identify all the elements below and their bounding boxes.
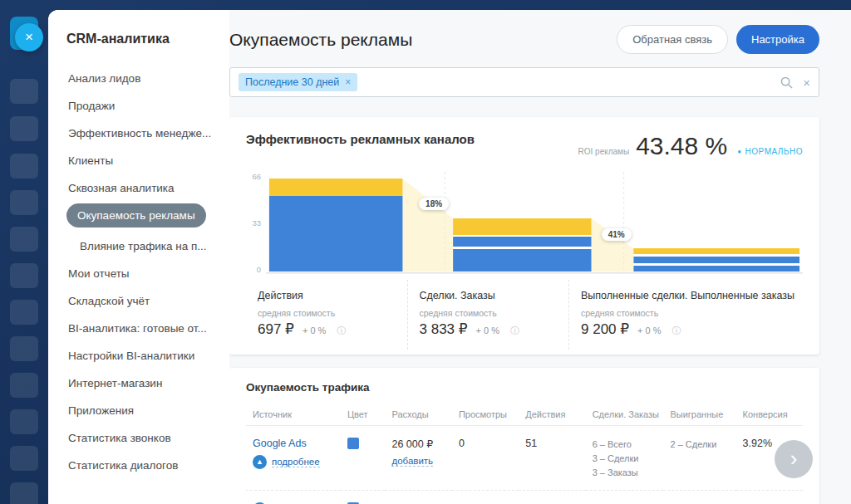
- background-app-icon: [10, 300, 38, 325]
- traffic-payback-card: Окупаемость трафика Источник Цвет Расход…: [229, 368, 819, 504]
- sidebar-item-dialog-statistics[interactable]: Статистика диалогов: [66, 452, 221, 479]
- add-expenses-link[interactable]: добавить: [391, 456, 433, 467]
- col-actions: Действия: [519, 404, 585, 426]
- sidebar-item-traffic-influence[interactable]: Влияние трафика на п...: [78, 232, 221, 260]
- stage-name: Выполненные сделки. Выполненные заказы: [581, 290, 794, 302]
- table-row: Google Ads ▲ подробнее 26 000 ₽ добавить…: [246, 426, 803, 491]
- roi-status-badge: НОРМАЛЬНО: [737, 147, 803, 156]
- stage-delta: + 0 %: [303, 325, 326, 335]
- sidebar-item-manager-efficiency[interactable]: Эффективность менедже...: [66, 120, 221, 147]
- funnel-y-axis: 66 33 0: [246, 172, 266, 280]
- actions-value: 0: [519, 491, 585, 504]
- next-page-arrow-button[interactable]: ›: [775, 440, 813, 478]
- sidebar-item-clients[interactable]: Клиенты: [66, 147, 221, 174]
- col-won: Выигранные: [663, 404, 735, 426]
- background-app-icon: [10, 482, 38, 504]
- source-link-google-ads[interactable]: Google Ads: [253, 438, 307, 449]
- background-app-icon: [10, 373, 38, 398]
- background-app-icon: [10, 154, 38, 179]
- sidebar-item-applications[interactable]: Приложения: [66, 397, 221, 424]
- background-app-strip: [0, 0, 48, 504]
- close-panel-button[interactable]: ×: [15, 23, 43, 51]
- chip-close-icon[interactable]: ×: [345, 76, 351, 88]
- stage-name: Действия: [258, 290, 399, 302]
- conversion-value: 50%: [736, 491, 803, 504]
- chevron-right-icon: ›: [790, 446, 798, 471]
- background-app-icon: [10, 116, 38, 141]
- roi-value: 43.48 %: [636, 132, 727, 160]
- expenses-value: 26 000 ₽: [391, 438, 445, 450]
- conversion-badge-1: 18%: [419, 198, 449, 210]
- info-icon: ⓘ: [337, 325, 346, 337]
- sidebar-item-ad-payback[interactable]: Окупаемость рекламы: [66, 203, 206, 228]
- stage-completed-deals[interactable]: Выполненные сделки. Выполненные заказы с…: [568, 280, 803, 350]
- deals-total: 6 – Всего: [593, 438, 657, 452]
- details-link[interactable]: подробнее: [272, 457, 320, 467]
- settings-button[interactable]: Настройка: [736, 25, 819, 54]
- traffic-card-title: Окупаемость трафика: [229, 381, 819, 404]
- col-expenses: Расходы: [385, 404, 451, 426]
- stage-cost: 3 833 ₽: [420, 321, 468, 338]
- funnel-stage-stats: Действия средняя стоимость 697 ₽ + 0 % ⓘ…: [246, 280, 803, 350]
- deals-orders: 3 – Заказы: [593, 466, 657, 480]
- clear-filter-icon[interactable]: ×: [803, 76, 810, 90]
- sidebar-item-call-statistics[interactable]: Статистика звонков: [66, 424, 221, 452]
- col-deals: Сделки. Заказы: [586, 404, 664, 426]
- funnel-chart: 66 33 0: [246, 172, 803, 280]
- filter-chip-label: Последние 30 дней: [245, 76, 339, 88]
- google-ads-icon: ▲: [253, 455, 267, 469]
- page-header: Окупаемость рекламы Обратная связь Настр…: [229, 25, 819, 54]
- page-title: Окупаемость рекламы: [229, 30, 412, 50]
- background-app-icon: [10, 190, 38, 215]
- filter-search-bar[interactable]: Последние 30 дней × ×: [229, 67, 819, 97]
- sidebar-item-online-store[interactable]: Интернет-магазин: [66, 369, 221, 397]
- col-views: Просмотры: [452, 404, 519, 426]
- y-tick: 33: [252, 218, 261, 228]
- background-app-icon: [10, 227, 38, 252]
- conversion-badge-2: 41%: [602, 228, 632, 241]
- roi-label: ROI рекламы: [578, 147, 630, 156]
- card-title: Эффективность рекламных каналов: [246, 132, 475, 146]
- stage-cost-label: средняя стоимость: [420, 308, 561, 318]
- sidebar: CRM-аналитика Анализ лидов Продажи Эффек…: [48, 10, 229, 504]
- info-icon: ⓘ: [672, 325, 681, 337]
- source-color-swatch[interactable]: [347, 438, 359, 449]
- info-icon: ⓘ: [510, 325, 519, 337]
- sidebar-item-my-reports[interactable]: Мои отчеты: [66, 260, 221, 287]
- roi-block: ROI рекламы 43.48 % НОРМАЛЬНО: [578, 132, 803, 160]
- views-value: 0: [452, 491, 519, 504]
- background-app-icon: [10, 336, 38, 361]
- stage-cost: 9 200 ₽: [581, 321, 629, 338]
- stage-deals-orders[interactable]: Сделки. Заказы средняя стоимость 3 833 ₽…: [407, 280, 569, 350]
- sidebar-item-bi-settings[interactable]: Настройки BI-аналитики: [66, 342, 221, 369]
- sidebar-item-lead-analysis[interactable]: Анализ лидов: [66, 65, 221, 92]
- traffic-table: Источник Цвет Расходы Просмотры Действия…: [246, 404, 803, 504]
- background-app-icon: [10, 409, 38, 434]
- stage-actions[interactable]: Действия средняя стоимость 697 ₽ + 0 % ⓘ: [246, 280, 407, 350]
- stage-cost-label: средняя стоимость: [258, 308, 399, 318]
- funnel-bars[interactable]: [266, 172, 803, 280]
- sidebar-item-end-to-end-analytics[interactable]: Сквозная аналитика: [66, 174, 221, 202]
- feedback-button[interactable]: Обратная связь: [617, 25, 728, 54]
- col-conversion: Конверсия: [736, 404, 803, 426]
- stage-cost: 697 ₽: [258, 321, 294, 338]
- sidebar-item-inventory[interactable]: Складской учёт: [66, 287, 221, 315]
- deals-deals: 3 – Сделки: [593, 452, 657, 466]
- stage-name: Сделки. Заказы: [420, 290, 561, 302]
- col-source: Источник: [246, 404, 341, 426]
- table-row: В ВКонтакте 10 000 ₽ добавить 0 0 2 –: [246, 491, 803, 504]
- channel-efficiency-card: Эффективность рекламных каналов ROI рекл…: [229, 117, 819, 355]
- views-value: 0: [452, 426, 519, 491]
- main-content: Окупаемость рекламы Обратная связь Настр…: [229, 10, 851, 504]
- stage-cost-label: средняя стоимость: [581, 308, 794, 318]
- crm-analytics-panel: CRM-аналитика Анализ лидов Продажи Эффек…: [48, 10, 851, 504]
- sidebar-item-bi-analytics-reports[interactable]: BI-аналитика: готовые от...: [66, 315, 221, 342]
- sidebar-title: CRM-аналитика: [66, 32, 221, 46]
- background-app-icon: [10, 263, 38, 288]
- won-value: 2 – Сделки: [670, 438, 729, 452]
- stage-delta: + 0 %: [476, 325, 499, 335]
- sidebar-item-sales[interactable]: Продажи: [66, 92, 221, 120]
- search-icon[interactable]: [780, 76, 793, 89]
- actions-value: 51: [519, 426, 585, 491]
- filter-chip-last-30-days[interactable]: Последние 30 дней ×: [239, 73, 357, 91]
